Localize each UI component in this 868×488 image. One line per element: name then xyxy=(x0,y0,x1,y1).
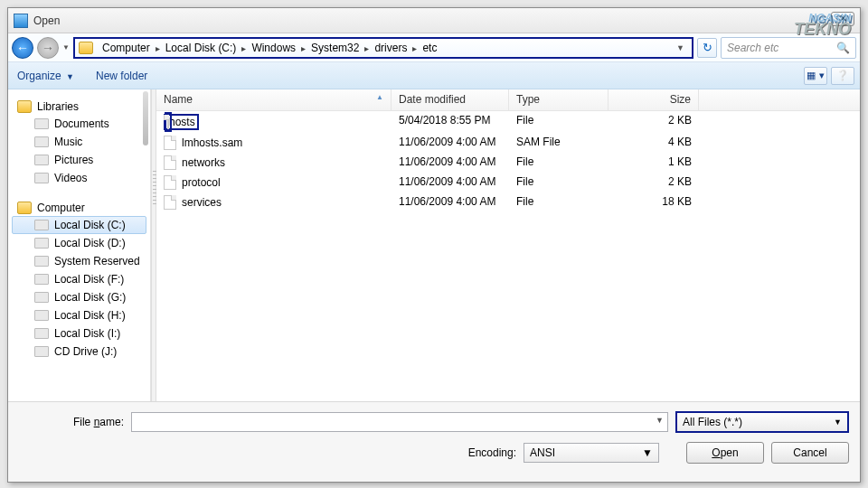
cancel-button[interactable]: Cancel xyxy=(771,442,849,464)
nav-item[interactable]: Music xyxy=(12,133,146,151)
chevron-right-icon: ▸ xyxy=(154,43,162,53)
file-icon xyxy=(164,175,176,190)
computer-header[interactable]: Computer xyxy=(12,200,146,216)
breadcrumb-segment[interactable]: Local Disk (C:) xyxy=(162,42,241,54)
app-icon xyxy=(14,14,28,28)
file-name: lmhosts.sam xyxy=(182,136,242,149)
nav-item-icon xyxy=(34,173,49,183)
nav-item[interactable]: Local Disk (C:) xyxy=(12,216,146,234)
nav-item[interactable]: Local Disk (G:) xyxy=(12,288,146,306)
file-type-filter[interactable]: All Files (*.*)▼ xyxy=(675,411,849,433)
encoding-select[interactable]: ANSI▼ xyxy=(524,443,659,463)
nav-scrollbar[interactable] xyxy=(143,91,148,145)
column-name[interactable]: Name▲ xyxy=(156,89,392,110)
nav-item[interactable]: CD Drive (J:) xyxy=(12,343,146,361)
file-type: File xyxy=(509,114,609,130)
file-size: 2 KB xyxy=(609,175,699,190)
file-date: 11/06/2009 4:00 AM xyxy=(392,136,509,150)
sort-indicator-icon: ▲ xyxy=(376,93,383,101)
organize-menu[interactable]: Organize ▼ xyxy=(17,70,74,82)
chevron-right-icon: ▸ xyxy=(299,43,307,53)
breadcrumb-segment[interactable]: Computer xyxy=(99,42,154,54)
nav-item[interactable]: System Reserved xyxy=(12,252,146,270)
file-type: File xyxy=(509,155,609,170)
window-title: Open xyxy=(33,14,60,27)
file-size: 2 KB xyxy=(609,114,699,130)
refresh-button[interactable]: ↻ xyxy=(697,38,717,58)
filename-input[interactable]: ▼ xyxy=(131,412,668,432)
file-row[interactable]: services11/06/2009 4:00 AMFile18 KB xyxy=(156,192,860,212)
nav-item-icon xyxy=(34,155,49,165)
file-size: 18 KB xyxy=(609,195,699,210)
column-date[interactable]: Date modified xyxy=(392,89,509,110)
drive-icon xyxy=(34,328,49,339)
file-date: 11/06/2009 4:00 AM xyxy=(392,175,509,190)
file-date: 5/04/2018 8:55 PM xyxy=(392,114,509,130)
column-headers: Name▲ Date modified Type Size xyxy=(156,89,860,111)
new-folder-button[interactable]: New folder xyxy=(96,70,147,82)
view-options-button[interactable]: ▦ ▾ xyxy=(804,67,827,85)
nav-item-icon xyxy=(34,118,49,129)
address-dropdown-icon[interactable]: ▼ xyxy=(676,43,688,52)
drive-icon xyxy=(34,220,49,230)
file-date: 11/06/2009 4:00 AM xyxy=(392,155,509,170)
drive-icon xyxy=(34,238,49,249)
file-type: File xyxy=(509,175,609,190)
nav-item-label: Documents xyxy=(54,117,109,130)
history-dropdown[interactable]: ▼ xyxy=(62,37,70,59)
nav-item[interactable]: Local Disk (F:) xyxy=(12,270,146,288)
title-bar: Open ✕ xyxy=(8,8,860,33)
breadcrumb-segment[interactable]: drivers xyxy=(371,42,410,54)
breadcrumb-segment[interactable]: etc xyxy=(419,42,440,54)
file-icon xyxy=(164,155,176,170)
help-button[interactable]: ❔ xyxy=(831,67,854,85)
nav-item[interactable]: Documents xyxy=(12,115,146,133)
breadcrumb-segment[interactable]: System32 xyxy=(307,42,363,54)
nav-item-label: CD Drive (J:) xyxy=(54,345,117,358)
back-button[interactable]: ← xyxy=(12,37,33,59)
nav-item-label: Pictures xyxy=(54,154,93,166)
footer: File name: ▼ All Files (*.*)▼ Encoding: … xyxy=(8,401,860,482)
nav-item-label: Music xyxy=(54,136,82,148)
column-size[interactable]: Size xyxy=(609,89,699,110)
chevron-down-icon: ▼ xyxy=(834,418,842,427)
libraries-icon xyxy=(17,100,32,113)
nav-item[interactable]: Local Disk (I:) xyxy=(12,324,146,343)
nav-item-label: Local Disk (I:) xyxy=(54,327,120,340)
open-button[interactable]: Open xyxy=(686,442,764,464)
libraries-header[interactable]: Libraries xyxy=(12,99,146,115)
nav-item[interactable]: Local Disk (H:) xyxy=(12,306,146,324)
nav-item[interactable]: Videos xyxy=(12,169,146,187)
nav-item-label: Local Disk (F:) xyxy=(54,273,124,286)
file-name: networks xyxy=(182,156,225,169)
chevron-down-icon[interactable]: ▼ xyxy=(656,416,664,425)
chevron-down-icon: ▼ xyxy=(642,446,653,459)
search-input[interactable]: Search etc 🔍 xyxy=(721,37,856,59)
file-date: 11/06/2009 4:00 AM xyxy=(392,195,509,210)
file-row[interactable]: protocol11/06/2009 4:00 AMFile2 KB xyxy=(156,173,860,192)
drive-icon xyxy=(34,346,49,357)
search-placeholder: Search etc xyxy=(727,42,778,54)
file-size: 4 KB xyxy=(609,136,699,150)
drive-icon xyxy=(34,274,49,285)
file-row[interactable]: lmhosts.sam11/06/2009 4:00 AMSAM File4 K… xyxy=(156,133,860,153)
column-type[interactable]: Type xyxy=(509,89,609,110)
breadcrumb-segment[interactable]: Windows xyxy=(248,42,299,54)
address-bar[interactable]: Computer▸Local Disk (C:)▸Windows▸System3… xyxy=(73,37,693,59)
close-button[interactable]: ✕ xyxy=(831,12,854,26)
nav-item[interactable]: Pictures xyxy=(12,151,146,169)
encoding-label: Encoding: xyxy=(462,446,516,459)
file-type: File xyxy=(509,195,609,210)
drive-icon xyxy=(34,256,49,267)
file-size: 1 KB xyxy=(609,155,699,170)
file-row[interactable]: networks11/06/2009 4:00 AMFile1 KB xyxy=(156,153,860,173)
nav-item[interactable]: Local Disk (D:) xyxy=(12,234,146,252)
drive-icon xyxy=(34,292,49,303)
file-type: SAM File xyxy=(509,136,609,150)
computer-icon xyxy=(17,202,32,214)
file-icon xyxy=(164,195,176,210)
file-row[interactable]: hosts5/04/2018 8:55 PMFile2 KB xyxy=(156,111,860,133)
nav-item-label: System Reserved xyxy=(54,255,140,267)
filename-label: File name: xyxy=(62,416,124,428)
search-icon: 🔍 xyxy=(836,42,850,54)
